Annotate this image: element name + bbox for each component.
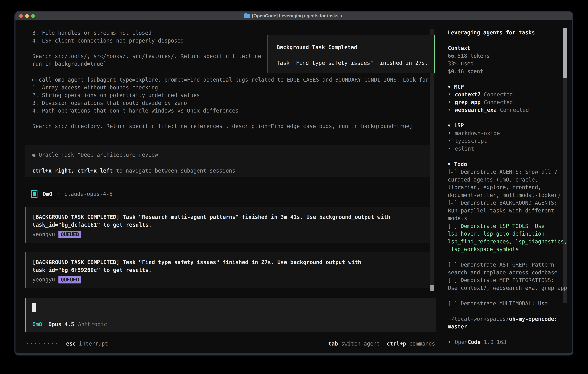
section-mcp-header[interactable]: ▼ MCP: [448, 83, 568, 91]
notification-toast[interactable]: Background Task Completed Task "Find typ…: [268, 35, 435, 73]
status-bar: ········ esc interrupt tab switch agent …: [26, 340, 435, 348]
section-label: Todo: [454, 160, 467, 168]
context-heading: Context: [448, 44, 568, 52]
notification-title: Background Task Completed: [277, 43, 434, 51]
lsp-item: • markdown-oxide: [448, 129, 568, 137]
agent-name: OmO: [43, 190, 52, 198]
text-cursor: [32, 303, 36, 312]
transcript-intro: 3. File handles or streams not closed4. …: [32, 29, 261, 68]
lsp-item: • eslint: [448, 145, 568, 153]
ctrlp-key-hint: ctrl+p: [387, 340, 406, 348]
bullet-icon: •: [448, 137, 451, 145]
todo-pending-line: [ ] Demonstrate AST-GREP: Pattern: [448, 261, 568, 269]
lsp-name: typescript: [455, 137, 487, 145]
input-model: Opus 4.5: [48, 321, 74, 328]
task-line-2: task_id="bg_dcfac161" to get results.: [32, 221, 430, 229]
mcp-status: Connected: [481, 91, 513, 98]
section-label: LSP: [454, 122, 464, 129]
app-window: [OpenCode] Leveraging agents for tasks ◐…: [14, 11, 573, 355]
oracle-task-title: Oracle Task "Deep architecture review": [39, 152, 161, 158]
separator-dot: ·: [57, 190, 60, 198]
agent-model: claude-opus-4-5: [64, 190, 113, 198]
queued-badge: QUEUED: [58, 276, 81, 283]
todo-active-line: [ ] Demonstrate LSP TOOLS: Use: [448, 222, 568, 230]
progress-dots: ········: [26, 340, 60, 348]
bullet-icon: •: [448, 106, 451, 114]
traffic-lights: [19, 12, 35, 20]
lsp-name: markdown-oxide: [455, 129, 500, 137]
gear-icon: ⚙: [32, 77, 35, 83]
shortcut-hint: to navigate between subagent sessions: [113, 168, 235, 174]
background-task-card: [BACKGROUND TASK COMPLETED] Task "Resear…: [25, 207, 430, 243]
mcp-item: • context7 Connected: [448, 91, 568, 98]
tool-call-line: Search src/ directory. Return specific f…: [32, 122, 429, 130]
agent-header: OmO · claude-opus-4-5: [31, 190, 113, 198]
mcp-status: Connected: [497, 106, 529, 114]
input-provider: Anthropic: [78, 321, 107, 328]
todo-done-line: document-writer, multimodal-looker): [448, 191, 568, 199]
record-icon: ◉: [32, 152, 35, 158]
chevron-down-icon: ▼: [448, 83, 451, 91]
mcp-item: • websearch_exa Connected: [448, 106, 568, 114]
sidebar: Leveraging agents for tasks Context 66,5…: [439, 21, 572, 353]
mcp-status: Connected: [481, 98, 513, 106]
tab-key-label: switch agent: [341, 340, 380, 348]
tool-call-line: 4. Path operations that don't handle Win…: [32, 107, 429, 115]
lsp-item: • typescript: [448, 137, 568, 145]
todo-pending-line: [ ] Demonstrate MCP INTEGRATIONS:: [448, 276, 568, 284]
section-todo-header[interactable]: ▼ Todo: [448, 160, 568, 168]
todo-active-line: lsp_hover, lsp_goto_definition,: [448, 230, 568, 238]
todo-done-line: librarian, explore, frontend,: [448, 184, 568, 191]
bullet-icon: •: [448, 98, 451, 106]
todo-done-line: models: [448, 215, 568, 222]
mcp-item: • grep_app Connected: [448, 98, 568, 106]
bullet-icon: •: [448, 129, 451, 137]
transcript-line: run_in_background=true]: [32, 60, 261, 68]
minimize-button[interactable]: [25, 14, 29, 18]
window-title: [OpenCode] Leveraging agents for tasks: [252, 13, 338, 19]
todo-pending-line: search and replace across codebase: [448, 269, 568, 277]
context-stat: 66,518 tokens: [448, 52, 568, 60]
session-title: Leveraging agents for tasks: [448, 29, 568, 37]
bullet-icon: •: [448, 338, 451, 346]
task-user: yeongyu: [32, 276, 55, 284]
modified-indicator-icon: ◐: [341, 13, 344, 19]
tool-call-line: 3. Division operations that could divide…: [32, 99, 429, 107]
transcript-line: 3. File handles or streams not closed: [32, 29, 261, 37]
oracle-task-card: ◉ Oracle Task "Deep architecture review"…: [25, 145, 430, 177]
close-button[interactable]: [19, 14, 23, 18]
folder-icon: [244, 14, 250, 18]
todo-done-line: Run parallel tasks with different: [448, 207, 568, 215]
mcp-name: context7: [455, 91, 481, 98]
todo-done-line: [✓] Demonstrate AGENTS: Show all 7: [448, 168, 568, 176]
zoom-button[interactable]: [31, 14, 35, 18]
tool-call-line: [32, 115, 429, 123]
main-scrollbar-thumb[interactable]: [430, 285, 434, 291]
task-line-2: task_id="bg_6f59260c" to get results.: [32, 266, 430, 274]
lsp-name: eslint: [455, 145, 474, 153]
queued-badge: QUEUED: [58, 231, 81, 238]
input-agent-name: OmO: [32, 321, 42, 328]
todo-pending-line: [ ] Demonstrate MULTIMODAL: Use: [448, 300, 568, 307]
todo-done-line: [✓] Demonstrate BACKGROUND AGENTS:: [448, 199, 568, 207]
tool-call-first-line: call_omo_agent [subagent_type=explore, p…: [35, 77, 429, 83]
context-stat: $0.46 spent: [448, 68, 568, 75]
ctrlp-key-label: commands: [409, 340, 435, 348]
todo-done-line: curated agents (OmO, oracle,: [448, 176, 568, 184]
tool-call-line: 1. Array access without bounds checking: [32, 84, 429, 92]
esc-key-label: interrupt: [79, 340, 108, 348]
title-bar: [OpenCode] Leveraging agents for tasks ◐: [15, 12, 572, 21]
background-task-card: [BACKGROUND TASK COMPLETED] Task "Find t…: [25, 252, 430, 288]
todo-pending-line: Use context7, websearch_exa, grep_app: [448, 284, 568, 292]
section-lsp-header[interactable]: ▼ LSP: [448, 122, 568, 129]
context-stat: 33% used: [448, 60, 568, 68]
tool-call-line: 2. String operations on potentially unde…: [32, 91, 429, 99]
workspace-branch: master: [448, 323, 568, 331]
tab-key-hint: tab: [328, 340, 338, 348]
prompt-input[interactable]: OmO Opus 4.5 Anthropic: [25, 298, 436, 332]
app-version: 1.0.163: [481, 338, 506, 346]
agent-checkbox-icon: [31, 190, 37, 198]
transcript-line: [32, 44, 261, 52]
bullet-icon: •: [448, 91, 451, 98]
app-name-regular: Open: [455, 338, 468, 346]
